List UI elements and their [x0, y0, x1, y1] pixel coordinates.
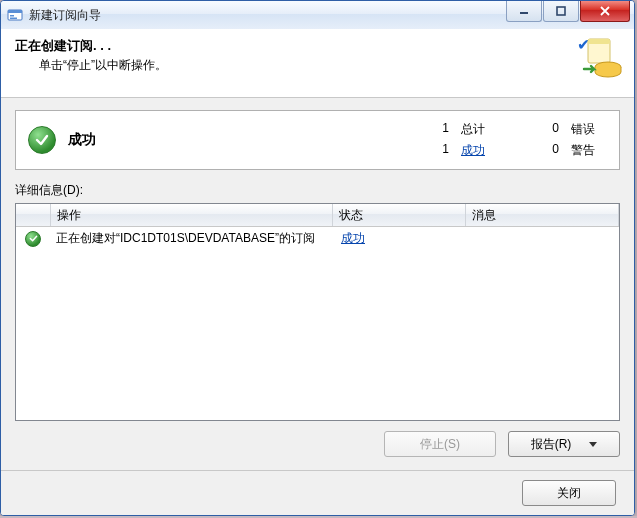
- window-title: 新建订阅向导: [29, 7, 506, 24]
- col-icon-header[interactable]: [16, 204, 51, 226]
- client-area: 正在创建订阅. . . 单击“停止”以中断操作。 ✔ 成功: [1, 29, 634, 515]
- success-count: 1: [413, 142, 453, 159]
- report-button-label: 报告(R): [531, 436, 572, 453]
- warning-label: 警告: [571, 142, 595, 159]
- total-count: 1: [413, 121, 453, 138]
- col-message-header[interactable]: 消息: [466, 204, 619, 226]
- page-heading: 正在创建订阅. . .: [15, 37, 620, 55]
- chevron-down-icon: [589, 442, 597, 447]
- wizard-window: 新建订阅向导 正在创建订阅. . . 单击“停止”以中断操作。 ✔: [0, 0, 635, 516]
- close-button-label: 关闭: [557, 485, 581, 502]
- col-status-header[interactable]: 状态: [333, 204, 466, 226]
- summary-counts: 1 总计 0 错误 1 成功 0 警告: [413, 121, 595, 159]
- action-buttons: 停止(S) 报告(R): [15, 431, 620, 457]
- report-button[interactable]: 报告(R): [508, 431, 620, 457]
- svg-rect-3: [10, 18, 17, 20]
- header-panel: 正在创建订阅. . . 单击“停止”以中断操作。 ✔: [1, 29, 634, 98]
- svg-rect-2: [10, 15, 14, 17]
- success-icon: [28, 126, 56, 154]
- table-row[interactable]: 正在创建对“IDC1DT01S\DEVDATABASE”的订阅 成功: [16, 227, 619, 250]
- svg-rect-7: [588, 39, 610, 44]
- close-button[interactable]: 关闭: [522, 480, 616, 506]
- maximize-button[interactable]: [543, 1, 579, 22]
- row-status-link[interactable]: 成功: [341, 231, 365, 245]
- details-grid[interactable]: 操作 状态 消息 正在创建对“IDC1DT01S\DEVDATABASE”的订阅…: [15, 203, 620, 421]
- app-icon: [7, 7, 23, 23]
- row-status-cell: [16, 231, 50, 247]
- status-label: 成功: [68, 131, 413, 149]
- success-link[interactable]: 成功: [461, 142, 485, 159]
- stop-button-label: 停止(S): [420, 436, 460, 453]
- titlebar: 新建订阅向导: [1, 1, 634, 30]
- svg-rect-1: [8, 10, 22, 13]
- summary-box: 成功 1 总计 0 错误 1 成功 0 警告: [15, 110, 620, 170]
- footer: 关闭: [1, 470, 634, 515]
- row-success-icon: [25, 231, 41, 247]
- col-action-header[interactable]: 操作: [51, 204, 333, 226]
- details-label: 详细信息(D):: [15, 182, 620, 199]
- svg-rect-4: [520, 12, 528, 14]
- row-status: 成功: [335, 230, 467, 247]
- row-action: 正在创建对“IDC1DT01S\DEVDATABASE”的订阅: [50, 230, 335, 247]
- database-icon: [582, 37, 624, 79]
- content-area: 成功 1 总计 0 错误 1 成功 0 警告 详细信息(D): 操作: [1, 98, 634, 457]
- svg-rect-5: [557, 7, 565, 15]
- grid-header: 操作 状态 消息: [16, 204, 619, 227]
- window-buttons: [506, 1, 634, 29]
- minimize-button[interactable]: [506, 1, 542, 22]
- warning-count: 0: [493, 142, 563, 159]
- error-count: 0: [493, 121, 563, 138]
- stop-button: 停止(S): [384, 431, 496, 457]
- page-subheading: 单击“停止”以中断操作。: [39, 57, 620, 74]
- total-label: 总计: [461, 121, 485, 138]
- close-window-button[interactable]: [580, 1, 630, 22]
- error-label: 错误: [571, 121, 595, 138]
